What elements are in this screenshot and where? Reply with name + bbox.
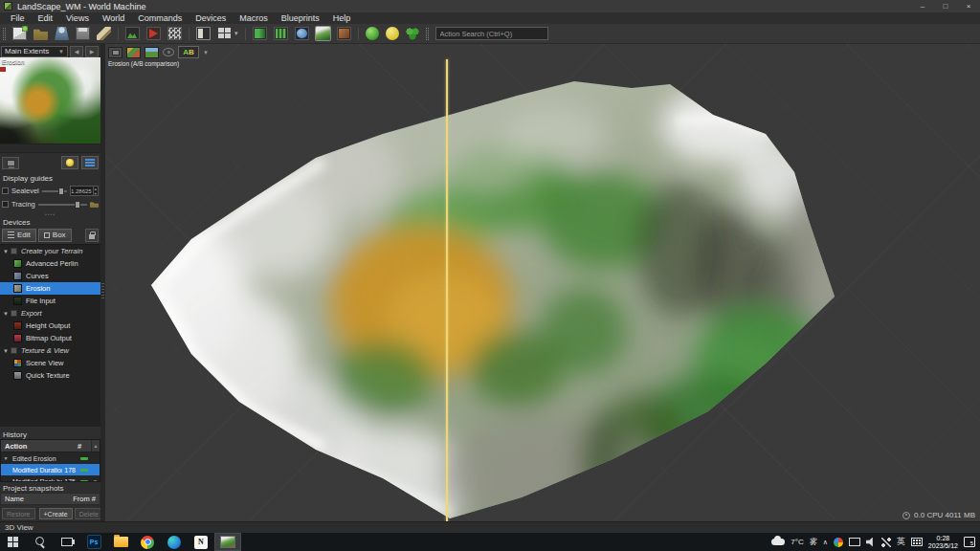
tray-temperature[interactable]: 7°C [791, 538, 803, 546]
snapshots-col-from[interactable]: From # [73, 495, 100, 503]
extents-prev-button[interactable]: ◀ [70, 46, 83, 57]
tray-app-icon[interactable] [834, 538, 843, 547]
history-scroll-down[interactable]: ▼ [91, 478, 100, 482]
taskbar-photoshop[interactable]: Ps [80, 533, 107, 551]
history-col-num[interactable]: # [78, 442, 91, 451]
history-scroll-up[interactable]: ▲ [91, 440, 100, 452]
close-button[interactable]: × [957, 0, 980, 12]
tree-item-advanced-perlin[interactable]: Advanced Perlin [0, 257, 100, 270]
sealevel-value-box[interactable]: 1.28625 ▲▼ [70, 186, 99, 196]
sealevel-slider[interactable] [42, 190, 67, 192]
display-icon[interactable] [849, 538, 860, 546]
ab-compare-button[interactable]: A B [178, 46, 199, 58]
tree-item-quick-texture[interactable]: Quick Texture [0, 369, 100, 382]
tree-group-texture-and-view[interactable]: ▼ Texture & View [0, 344, 100, 357]
erosion-macro-icon[interactable] [146, 27, 161, 40]
weather-cloud-icon[interactable] [771, 539, 785, 545]
tree-item-curves[interactable]: Curves [0, 270, 100, 282]
menu-macros[interactable]: Macros [233, 12, 275, 24]
history-col-action[interactable]: Action [1, 442, 78, 451]
tree-item-file-input[interactable]: File Input [0, 295, 100, 307]
save-world-icon[interactable] [76, 27, 90, 40]
scene-overlay-icon[interactable] [145, 47, 159, 58]
collapse-icon[interactable]: ▼ [3, 348, 11, 354]
sphere-green-icon[interactable] [366, 27, 379, 40]
menu-commands[interactable]: Commands [131, 12, 189, 24]
collapse-icon[interactable]: ▼ [3, 311, 11, 317]
ab-dropdown-icon[interactable]: ▼ [203, 50, 209, 55]
menu-views[interactable]: Views [59, 12, 96, 24]
tracing-folder-icon[interactable] [90, 201, 99, 208]
build-wizard-icon[interactable] [55, 27, 69, 40]
hidden-icons-chevron[interactable]: ∧ [823, 539, 828, 546]
device-grid-icon[interactable] [274, 27, 288, 40]
connectivity-icon[interactable] [881, 538, 891, 547]
tracing-slider-thumb[interactable] [75, 201, 80, 209]
touch-keyboard-icon[interactable] [911, 538, 923, 546]
ab-comparison-divider[interactable] [446, 59, 448, 521]
tracing-slider[interactable] [38, 204, 87, 206]
tree-group-export[interactable]: ▼ Export [0, 307, 100, 320]
action-search-input[interactable] [435, 27, 548, 40]
search-drag-handle[interactable] [426, 28, 429, 40]
terrain-preview[interactable]: Erosion [0, 57, 100, 143]
snapshots-col-name[interactable]: Name [1, 495, 73, 503]
tree-item-bitmap-output[interactable]: Bitmap Output [0, 332, 100, 344]
tree-item-scene-view[interactable]: Scene View [0, 357, 100, 369]
taskbar-search-button[interactable] [27, 533, 54, 551]
minimize-button[interactable]: – [911, 0, 934, 12]
collapse-icon[interactable]: ▼ [1, 455, 11, 461]
devices-box-button[interactable]: Box [38, 229, 72, 242]
texture-overlay-icon[interactable] [126, 47, 141, 58]
new-world-icon[interactable] [12, 27, 27, 40]
sealevel-slider-thumb[interactable] [58, 187, 64, 195]
taskbar-notion[interactable]: N [188, 533, 214, 551]
viewport-device-icon[interactable] [108, 47, 122, 58]
create-button[interactable]: +Create [39, 508, 73, 519]
tracing-checkbox[interactable] [2, 201, 9, 208]
history-row-modified-rock-hardness[interactable]: Modified Rock hardness 175 ▼ [1, 475, 100, 482]
taskbar-file-explorer[interactable] [107, 533, 134, 551]
sphere-clover-icon[interactable] [406, 27, 419, 40]
device-copper-icon[interactable] [337, 27, 351, 40]
device-options-button[interactable] [2, 157, 19, 169]
tree-item-height-output[interactable]: Height Output [0, 320, 100, 332]
extents-next-button[interactable]: ▶ [85, 46, 99, 57]
menu-blueprints[interactable]: Blueprints [275, 12, 326, 24]
taskbar-chrome[interactable] [134, 533, 161, 551]
water-guides-button[interactable] [81, 156, 99, 169]
sealevel-checkbox[interactable] [2, 187, 9, 194]
sealevel-spinner[interactable]: ▲▼ [93, 187, 98, 195]
open-world-icon[interactable] [33, 27, 48, 40]
edit-pen-icon[interactable] [97, 27, 111, 40]
lighting-toggle-button[interactable] [61, 156, 78, 169]
devices-edit-button[interactable]: Edit [2, 229, 36, 242]
history-row-modified-duration[interactable]: Modified Duration 178 [1, 464, 100, 475]
ime-indicator[interactable]: 英 [897, 536, 905, 548]
notification-center-icon[interactable]: 5 [964, 537, 975, 547]
terrain-graph-icon[interactable] [125, 27, 140, 40]
device-circuit-icon[interactable] [253, 27, 267, 40]
viewport-3d[interactable]: A B ▼ Erosion (A/B comparison) 0.0 CPU 4… [105, 44, 980, 521]
devices-lock-button[interactable] [85, 229, 99, 242]
eye-icon[interactable] [163, 48, 174, 56]
tree-group-create-your-terrain[interactable]: ▼ Create your Terrain [0, 245, 100, 257]
toolbar-drag-handle[interactable] [3, 28, 6, 40]
task-view-button[interactable] [54, 533, 80, 551]
noise-texture-icon[interactable] [167, 27, 182, 40]
sphere-yellow-icon[interactable] [386, 27, 399, 40]
maximize-button[interactable]: □ [934, 0, 957, 12]
tray-clock[interactable]: 0:28 2023/5/12 [928, 535, 958, 550]
tray-weather[interactable]: 雾 [810, 537, 817, 547]
menu-devices[interactable]: Devices [189, 12, 233, 24]
restore-button[interactable]: Restore [2, 508, 35, 519]
menu-edit[interactable]: Edit [32, 12, 60, 24]
panel-splitter-handle[interactable]: •••• [0, 212, 100, 216]
menu-world[interactable]: World [96, 12, 131, 24]
start-button[interactable] [0, 533, 27, 551]
collapse-icon[interactable]: ▼ [3, 249, 11, 254]
history-row-edited-erosion[interactable]: ▼ Edited Erosion [1, 452, 100, 464]
volume-icon[interactable] [866, 538, 876, 547]
layout-grid-dropdown-icon[interactable]: ▾ [234, 30, 238, 37]
layout-panel-icon[interactable] [196, 27, 211, 40]
